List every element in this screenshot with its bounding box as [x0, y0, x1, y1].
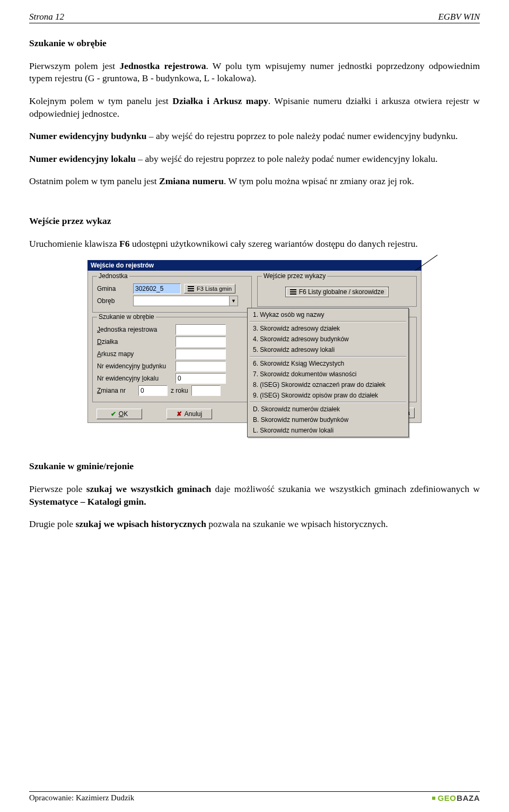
- para-8: Uruchomienie klawisza F6 udostępni użytk…: [29, 238, 480, 250]
- dialog-titlebar: Wejście do rejestrów: [87, 260, 422, 271]
- cancel-button[interactable]: ✘ Anuluj: [166, 409, 212, 419]
- menu-item[interactable]: 6. Skorowidz Ksiąg Wieczystych: [248, 358, 408, 369]
- para-5: Numer ewidencyjny lokalu – aby wejść do …: [29, 153, 480, 166]
- input-jr[interactable]: [175, 324, 226, 335]
- menu-separator: [250, 402, 406, 403]
- heading-wejscie: Wejście przez wykaz: [29, 215, 111, 226]
- label-jednostka-rej: Jednostka rejestrowa: [97, 326, 172, 333]
- menu-item[interactable]: B. Skorowidz numerów budynków: [248, 414, 408, 425]
- context-menu: 1. Wykaz osób wg nazwy 3. Skorowidz adre…: [247, 308, 409, 437]
- group-jednostka: Jednostka Gmina F3 Lista gmin Obręb: [92, 276, 252, 313]
- ok-button[interactable]: ✔ OK: [96, 409, 142, 419]
- dialog-screenshot: Wejście do rejestrów Jednostka Gmina F3 …: [87, 260, 422, 423]
- para-6: Ostatnim polem w tym panelu jest Zmiana …: [29, 175, 480, 188]
- heading-szukanie: Szukanie w obrębie: [29, 38, 107, 48]
- list-icon: [188, 286, 194, 291]
- label-zroku: z roku: [171, 387, 188, 394]
- para-3: Kolejnym polem w tym panelu jest Działka…: [29, 95, 480, 120]
- label-obreb: Obręb: [97, 297, 130, 305]
- input-budynek[interactable]: [175, 361, 226, 372]
- menu-item[interactable]: 5. Skorowidz adresowy lokali: [248, 344, 408, 355]
- menu-item[interactable]: D. Skorowidz numerów działek: [248, 404, 408, 414]
- menu-separator: [250, 356, 406, 357]
- page-header: Strona 12 EGBV WIN: [29, 12, 480, 23]
- obreb-dropdown[interactable]: ▼: [133, 296, 238, 306]
- group-wykazy: Wejście przez wykazy F6 Listy globalne /…: [257, 276, 417, 307]
- input-arkusz[interactable]: [175, 349, 226, 359]
- label-zmiana: Zmiana nr: [97, 387, 135, 394]
- input-zmiana-nr[interactable]: [138, 385, 168, 396]
- menu-item[interactable]: L. Skorowidz numerów lokali: [248, 425, 408, 436]
- menu-item[interactable]: 9. (ISEG) Skorowidz opisów praw do dział…: [248, 390, 408, 401]
- page-footer: Opracowanie: Kazimierz Dudzik GEOBAZA: [29, 791, 480, 802]
- label-budynek: Nr ewidencyjny budynku: [97, 362, 172, 370]
- list-icon: [290, 289, 296, 295]
- input-lokal[interactable]: [175, 373, 226, 384]
- menu-separator: [250, 321, 406, 322]
- input-dzialka[interactable]: [175, 336, 226, 347]
- para-4: Numer ewidencyjny budynku – aby wejść do…: [29, 130, 480, 143]
- label-dzialka: Działka: [97, 338, 172, 345]
- geobaza-logo: GEOBAZA: [432, 793, 480, 802]
- footer-author: Opracowanie: Kazimierz Dudzik: [29, 793, 134, 802]
- chevron-down-icon: ▼: [229, 296, 238, 306]
- menu-item[interactable]: 1. Wykaz osób wg nazwy: [248, 309, 408, 320]
- check-icon: ✔: [111, 410, 116, 418]
- para-11: Drugie pole szukaj we wpisach historyczn…: [29, 518, 480, 531]
- input-zroku[interactable]: [191, 385, 221, 396]
- heading-gmina-rejon: Szukanie w gminie/rejonie: [29, 461, 134, 471]
- close-icon: ✘: [177, 410, 182, 418]
- label-lokal: Nr ewidencyjny lokalu: [97, 375, 172, 382]
- menu-item[interactable]: 4. Skorowidz adresowy budynków: [248, 334, 408, 344]
- para-2: Pierwszym polem jest Jednostka rejestrow…: [29, 60, 480, 85]
- btn-f6-listy[interactable]: F6 Listy globalne / skorowidze: [285, 287, 389, 297]
- header-left: Strona 12: [29, 12, 64, 22]
- menu-item[interactable]: 7. Skorowidz dokumentów własności: [248, 369, 408, 379]
- btn-f3-lista[interactable]: F3 Lista gmin: [184, 284, 235, 293]
- gmina-input[interactable]: [133, 283, 181, 294]
- label-gmina: Gmina: [97, 285, 130, 292]
- menu-item[interactable]: 3. Skorowidz adresowy działek: [248, 323, 408, 334]
- label-arkusz: Arkusz mapy: [97, 350, 172, 358]
- header-right: EGBV WIN: [438, 12, 480, 22]
- para-10: Pierwsze pole szukaj we wszystkich gmina…: [29, 483, 480, 508]
- menu-item[interactable]: 8. (ISEG) Skorowidz oznaczeń praw do dzi…: [248, 379, 408, 390]
